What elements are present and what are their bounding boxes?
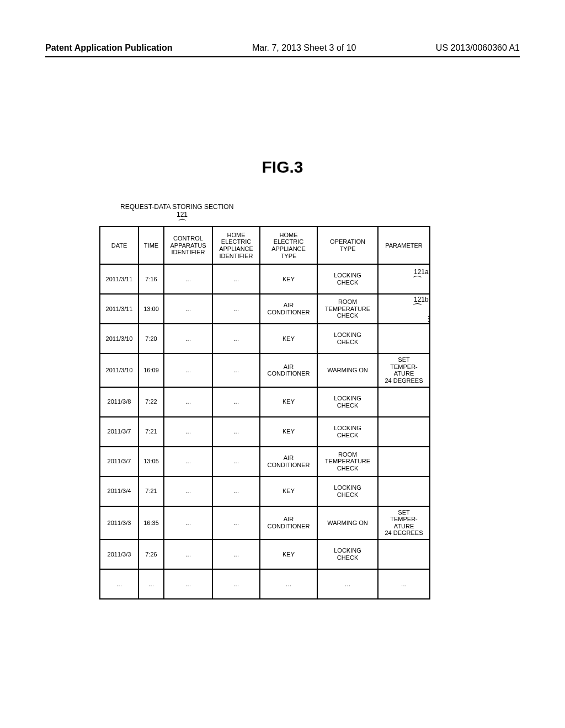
- vertical-ellipsis-icon: ⋮: [425, 314, 433, 323]
- data-table: DATE TIME CONTROLAPPARATUSIDENTIFIER HOM…: [99, 226, 430, 599]
- data-table-wrap: DATE TIME CONTROLAPPARATUSIDENTIFIER HOM…: [99, 226, 430, 599]
- section-label: REQUEST-DATA STORING SECTION: [120, 203, 233, 211]
- squiggle-icon: ⁀: [414, 276, 421, 286]
- row-annotation-121a: 121a ⁀: [414, 268, 429, 286]
- table-row: 2011/3/3 7:26 … … KEY LOCKINGCHECK: [100, 539, 430, 569]
- figure-title: FIG.3: [0, 158, 565, 176]
- col-parameter: PARAMETER: [378, 227, 430, 264]
- header-publication: Patent Application Publication: [45, 43, 173, 53]
- col-home-electric-appliance-identifier: HOMEELECTRICAPPLIANCEIDENTIFIER: [212, 227, 260, 264]
- table-row: 2011/3/10 16:09 … … AIRCONDITIONER WARMI…: [100, 354, 430, 387]
- table-row: … … … … … … …: [100, 569, 430, 599]
- table-row: 2011/3/7 7:21 … … KEY LOCKINGCHECK: [100, 417, 430, 447]
- header-date-sheet: Mar. 7, 2013 Sheet 3 of 10: [252, 43, 356, 53]
- table-row: 2011/3/10 7:20 … … KEY LOCKINGCHECK: [100, 324, 430, 354]
- col-operation-type: OPERATIONTYPE: [317, 227, 378, 264]
- row-annotation-121b: 121b ⁀: [414, 296, 429, 314]
- table-header-row: DATE TIME CONTROLAPPARATUSIDENTIFIER HOM…: [100, 227, 430, 264]
- col-control-apparatus-identifier: CONTROLAPPARATUSIDENTIFIER: [164, 227, 212, 264]
- table-row: 2011/3/3 16:35 … … AIRCONDITIONER WARMIN…: [100, 506, 430, 540]
- section-number: 121: [177, 211, 188, 218]
- col-date: DATE: [100, 227, 138, 264]
- table-row: 2011/3/11 7:16 … … KEY LOCKINGCHECK: [100, 264, 430, 294]
- col-home-electric-appliance-type: HOMEELECTRICAPPLIANCETYPE: [260, 227, 317, 264]
- header-pubnum: US 2013/0060360 A1: [436, 43, 520, 53]
- col-time: TIME: [138, 227, 164, 264]
- table-row: 2011/3/8 7:22 … … KEY LOCKINGCHECK: [100, 387, 430, 417]
- table-row: 2011/3/4 7:21 … … KEY LOCKINGCHECK: [100, 477, 430, 506]
- table-row: 2011/3/11 13:00 … … AIRCONDITIONER ROOMT…: [100, 294, 430, 324]
- squiggle-icon: ⁀: [414, 304, 421, 313]
- table-row: 2011/3/7 13:05 … … AIRCONDITIONER ROOMTE…: [100, 447, 430, 477]
